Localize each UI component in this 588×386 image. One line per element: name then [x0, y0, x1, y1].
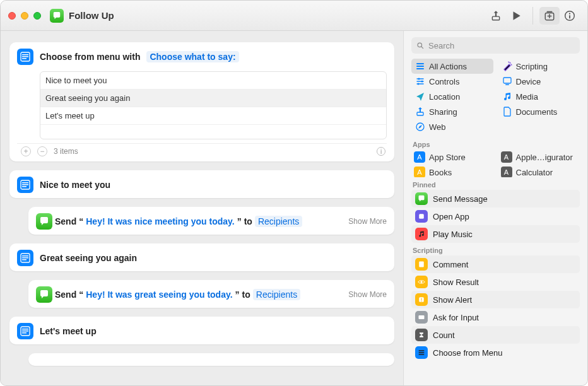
menu-icon [17, 323, 33, 339]
workflow-editor[interactable]: Choose from menu with Choose what to say… [1, 31, 403, 385]
app-calculator[interactable]: ACalculator [498, 165, 580, 177]
alert-icon [415, 293, 428, 306]
branch-title: Let's meet up [40, 326, 97, 336]
pinned-list: Send MessageOpen AppPlay Music [404, 190, 587, 243]
menu-branch-header[interactable]: Great seeing you again [9, 243, 394, 271]
doc-icon [502, 107, 512, 117]
prompt-token[interactable]: Choose what to say: [146, 51, 238, 62]
share-icon [415, 107, 425, 117]
bubble-icon [415, 192, 428, 205]
window: Follow Up Choose from menu with Choose w… [0, 0, 588, 386]
message-text[interactable]: Hey! It was great seeing you today. [86, 290, 232, 300]
run-button[interactable] [506, 7, 526, 25]
sliders-icon [415, 76, 425, 86]
action-play-music[interactable]: Play Music [411, 225, 580, 243]
category-web[interactable]: Web [411, 119, 493, 134]
shortcut-app-icon [50, 9, 64, 23]
send-label: Send [55, 216, 76, 226]
menu-item[interactable]: Great seeing you again [40, 90, 386, 107]
window-controls [8, 12, 41, 20]
actions-library: Search All ActionsScriptingControlsDevic… [403, 31, 587, 385]
music-icon [502, 91, 512, 102]
device-icon [502, 76, 512, 86]
category-controls[interactable]: Controls [411, 74, 493, 89]
branch-title: Nice to meet you [40, 180, 110, 190]
menu-item[interactable]: Nice to meet you [40, 72, 386, 90]
menu-item-empty[interactable] [40, 125, 386, 139]
action-send-message[interactable]: Send “ Hey! It was great seeing you toda… [28, 280, 394, 308]
app-icon: A [501, 167, 512, 177]
scripting-section-label: Scripting [404, 243, 587, 255]
menu-items-list: Nice to meet you Great seeing you again … [40, 71, 387, 139]
add-item-button[interactable]: + [21, 146, 31, 156]
menu-item[interactable]: Let's meet up [40, 107, 386, 125]
close-window-button[interactable] [8, 12, 16, 20]
action-send-message[interactable]: Send Message [411, 190, 580, 208]
info-button[interactable] [560, 7, 580, 25]
action-choose-from-menu[interactable]: Choose from Menu [411, 344, 580, 361]
music-icon [415, 228, 428, 240]
list-icon [415, 346, 428, 359]
titlebar: Follow Up [1, 1, 587, 31]
messages-icon [36, 286, 52, 303]
keyboard-icon [415, 311, 428, 324]
category-grid: All ActionsScriptingControlsDeviceLocati… [404, 59, 587, 137]
branch-title: Great seeing you again [40, 253, 137, 263]
search-input[interactable]: Search [411, 37, 580, 54]
category-all-actions[interactable]: All Actions [411, 59, 493, 74]
action-count[interactable]: Count [411, 326, 580, 344]
action-send-message-cut[interactable] [28, 353, 394, 366]
scripting-list: CommentShow ResultShow AlertAsk for Inpu… [404, 255, 587, 361]
wand-icon [502, 61, 512, 71]
note-icon [415, 258, 428, 271]
category-sharing[interactable]: Sharing [411, 104, 493, 119]
window-title: Follow Up [69, 10, 114, 21]
eye-icon [415, 276, 428, 288]
menu-branch-header[interactable]: Let's meet up [9, 317, 394, 344]
action-show-alert[interactable]: Show Alert [411, 291, 580, 308]
menu-icon [17, 250, 33, 266]
action-send-message[interactable]: Send “ Hey! It was nice meeting you toda… [28, 207, 394, 235]
remove-item-button[interactable]: − [37, 146, 47, 156]
pinned-section-label: Pinned [404, 177, 587, 190]
action-show-result[interactable]: Show Result [411, 273, 580, 291]
menu-icon [17, 49, 33, 65]
apps-grid: AApp StoreAApple…iguratorABooksACalculat… [404, 149, 587, 177]
sigma-icon [415, 329, 428, 341]
category-device[interactable]: Device [498, 74, 580, 89]
app-books[interactable]: ABooks [411, 165, 493, 177]
category-documents[interactable]: Documents [498, 104, 580, 119]
messages-icon [36, 213, 52, 230]
menu-icon [17, 177, 33, 193]
zoom-window-button[interactable] [33, 12, 41, 20]
item-count: 3 items [54, 147, 78, 156]
library-button[interactable] [539, 7, 560, 25]
show-more-button[interactable]: Show More [348, 217, 387, 226]
app-apple-igurator[interactable]: AApple…igurator [498, 149, 580, 165]
search-icon [416, 42, 425, 50]
safari-icon [415, 122, 425, 132]
app-icon: A [414, 151, 425, 163]
category-scripting[interactable]: Scripting [498, 59, 580, 74]
recipients-token[interactable]: Recipients [253, 289, 300, 300]
category-media[interactable]: Media [498, 89, 580, 104]
minimize-window-button[interactable] [21, 12, 28, 20]
menu-branch-header[interactable]: Nice to meet you [9, 170, 394, 198]
action-open-app[interactable]: Open App [411, 208, 580, 225]
show-more-button[interactable]: Show More [348, 290, 387, 299]
nav-icon [415, 91, 425, 102]
message-text[interactable]: Hey! It was nice meeting you today. [86, 216, 234, 226]
apps-section-label: Apps [404, 137, 587, 149]
app-app-store[interactable]: AApp Store [411, 149, 493, 165]
share-button[interactable] [486, 7, 506, 25]
action-ask-for-input[interactable]: Ask for Input [411, 308, 580, 326]
action-choose-from-menu[interactable]: Choose from menu with Choose what to say… [9, 42, 394, 161]
category-location[interactable]: Location [411, 89, 493, 104]
square-icon [415, 210, 428, 223]
action-comment[interactable]: Comment [411, 255, 580, 273]
recipients-token[interactable]: Recipients [255, 216, 302, 227]
app-icon: A [501, 151, 512, 163]
action-info-icon[interactable]: i [377, 147, 385, 156]
app-icon: A [414, 167, 425, 177]
send-label: Send [55, 290, 76, 300]
